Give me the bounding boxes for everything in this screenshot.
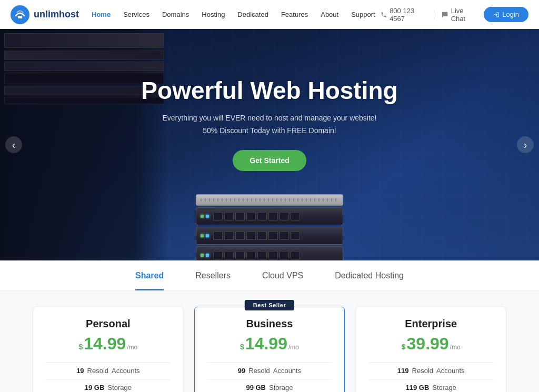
- svg-rect-1: [18, 16, 22, 18]
- hero-content: Powerful Web Hosting Everything you will…: [141, 76, 397, 213]
- header-divider: [434, 9, 434, 20]
- hero-title: Powerful Web Hosting: [141, 76, 397, 105]
- phone-number: 800 123 4567: [381, 7, 427, 23]
- plan-business-price: $ 14.99 /mo: [207, 334, 332, 354]
- plan-enterprise-storage: 119 GB Storage: [368, 379, 493, 392]
- logo-text: unlimhost: [34, 9, 79, 20]
- main-header: unlimhost Home Services Domains Hosting …: [0, 0, 539, 29]
- plans-grid: Personal $ 14.99 /mo 19 Resold Accounts …: [33, 307, 506, 392]
- nav-hosting[interactable]: Hosting: [196, 7, 230, 22]
- plan-business-name: Business: [207, 318, 332, 330]
- tabs-container: Shared Resellers Cloud VPS Dedicated Hos…: [0, 260, 539, 290]
- nav-dedicated[interactable]: Dedicated: [232, 7, 274, 22]
- hero-cta-button[interactable]: Get Started: [233, 150, 306, 171]
- chat-icon: [442, 11, 448, 18]
- nav-about[interactable]: About: [315, 7, 344, 22]
- tabs-section: Shared Resellers Cloud VPS Dedicated Hos…: [0, 260, 539, 291]
- plan-personal-accounts: 19 Resold Accounts: [46, 362, 171, 379]
- plan-personal-storage: 19 GB Storage: [46, 379, 171, 392]
- hero-subtitle: Everything you will EVER need to host an…: [141, 112, 397, 137]
- plan-business: Best Seller Business $ 14.99 /mo 99 Reso…: [194, 307, 345, 392]
- hero-section: ‹ Powerful Web Hosting Everything you wi…: [0, 29, 539, 260]
- tab-shared[interactable]: Shared: [135, 271, 164, 290]
- plan-personal-price: $ 14.99 /mo: [46, 334, 171, 354]
- hero-next-arrow[interactable]: ›: [517, 136, 534, 153]
- logo[interactable]: unlimhost: [11, 5, 79, 24]
- best-seller-badge: Best Seller: [245, 300, 294, 310]
- live-chat-link[interactable]: Live Chat: [442, 7, 476, 23]
- login-icon: [493, 12, 500, 18]
- nav-services[interactable]: Services: [118, 7, 155, 22]
- login-button[interactable]: Login: [484, 7, 528, 22]
- plan-enterprise: Enterprise $ 39.99 /mo 119 Resold Accoun…: [355, 307, 506, 392]
- nav-domains[interactable]: Domains: [157, 7, 194, 22]
- plan-enterprise-accounts: 119 Resold Accounts: [368, 362, 493, 379]
- server-image: [196, 194, 343, 260]
- plan-enterprise-name: Enterprise: [368, 318, 493, 330]
- plan-personal: Personal $ 14.99 /mo 19 Resold Accounts …: [33, 307, 184, 392]
- tab-cloud-vps[interactable]: Cloud VPS: [262, 271, 303, 290]
- plan-personal-name: Personal: [46, 318, 171, 330]
- nav-support[interactable]: Support: [346, 7, 381, 22]
- header-right: 800 123 4567 Live Chat Login: [381, 7, 528, 23]
- nav-home[interactable]: Home: [86, 7, 116, 22]
- phone-icon: [381, 11, 387, 18]
- tab-dedicated-hosting[interactable]: Dedicated Hosting: [335, 271, 404, 290]
- main-nav: Home Services Domains Hosting Dedicated …: [86, 7, 381, 22]
- plan-business-accounts: 99 Resold Accounts: [207, 362, 332, 379]
- plans-section: Personal $ 14.99 /mo 19 Resold Accounts …: [0, 291, 539, 392]
- svg-point-0: [11, 5, 29, 24]
- plan-enterprise-price: $ 39.99 /mo: [368, 334, 493, 354]
- tab-resellers[interactable]: Resellers: [195, 271, 231, 290]
- plan-business-storage: 99 GB Storage: [207, 379, 332, 392]
- nav-features[interactable]: Features: [276, 7, 313, 22]
- hero-prev-arrow[interactable]: ‹: [5, 136, 22, 153]
